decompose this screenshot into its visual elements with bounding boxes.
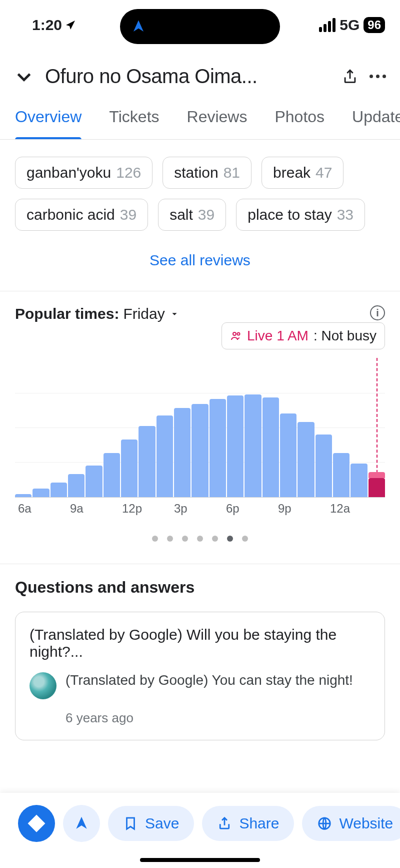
nav-arrow-icon [131, 19, 146, 34]
share-label: Share [239, 815, 279, 832]
review-topics-section: ganban'yoku126station81break47carbonic a… [0, 140, 400, 291]
page-title: Ofuro no Osama Oima... [45, 65, 330, 88]
svg-point-0 [233, 332, 236, 335]
tab-updates[interactable]: Updates [352, 108, 400, 139]
chart-bar[interactable] [210, 399, 226, 497]
tab-reviews[interactable]: Reviews [187, 108, 248, 139]
chart-bar[interactable] [262, 397, 279, 497]
directions-button[interactable] [18, 805, 55, 842]
day-pagination-dots[interactable] [15, 521, 385, 559]
popular-times-label: Popular times: [15, 305, 119, 322]
qa-answer: (Translated by Google) You can stay the … [66, 672, 353, 688]
more-button[interactable] [370, 75, 386, 78]
page-header: Ofuro no Osama Oima... [0, 50, 400, 108]
chip-count: 81 [224, 164, 240, 181]
popular-times-header[interactable]: Popular times: Friday [15, 305, 385, 322]
x-tick: 3p [174, 502, 226, 516]
chart-bar[interactable] [280, 413, 296, 497]
chart-bar[interactable] [298, 422, 314, 497]
chart-bar[interactable] [32, 489, 49, 497]
chart-bar[interactable] [174, 408, 190, 497]
pagination-dot[interactable] [152, 536, 158, 542]
share-header-button[interactable] [342, 68, 358, 85]
chart-bar[interactable] [192, 404, 208, 497]
people-icon [230, 330, 242, 342]
chip-label: carbonic acid [26, 206, 115, 223]
chip-label: ganban'yoku [26, 164, 111, 181]
save-label: Save [145, 815, 179, 832]
chart-bar[interactable] [244, 394, 261, 497]
dynamic-island[interactable] [120, 9, 280, 44]
chip-count: 39 [120, 206, 136, 223]
chart-bar[interactable] [156, 415, 173, 497]
chart-bar[interactable] [68, 474, 84, 497]
info-button[interactable]: i [370, 305, 385, 320]
save-button[interactable]: Save [108, 806, 194, 841]
status-bar: 1:20 5G 96 [0, 0, 400, 50]
chart-bar[interactable] [350, 464, 367, 497]
chart-bar[interactable] [138, 426, 155, 497]
chart-bar[interactable] [333, 453, 350, 497]
collapse-button[interactable] [14, 67, 34, 87]
chip-count: 126 [116, 164, 141, 181]
share-button[interactable]: Share [202, 806, 294, 841]
start-nav-button[interactable] [63, 805, 100, 842]
live-time: Live 1 AM [247, 328, 308, 344]
chart-x-axis: 6a9a12p3p6p9p12a [15, 498, 385, 516]
review-chip[interactable]: carbonic acid39 [15, 199, 148, 231]
status-right: 5G 96 [319, 17, 385, 34]
chart-bar[interactable] [316, 435, 332, 497]
pagination-dot[interactable] [167, 536, 173, 542]
battery-badge: 96 [364, 17, 385, 33]
chart-area [15, 392, 385, 498]
x-tick: 9a [70, 502, 122, 516]
chip-label: station [174, 164, 218, 181]
qa-timestamp: 6 years ago [66, 710, 370, 726]
review-chip[interactable]: break47 [262, 157, 344, 189]
chip-count: 47 [316, 164, 332, 181]
x-tick: 9p [278, 502, 330, 516]
review-chip[interactable]: station81 [162, 157, 252, 189]
chip-count: 33 [337, 206, 354, 223]
chart-bar[interactable] [15, 494, 32, 497]
x-tick: 6a [18, 502, 70, 516]
chip-count: 39 [198, 206, 214, 223]
share-icon [217, 816, 232, 831]
home-indicator[interactable] [140, 858, 260, 862]
chart-bar[interactable] [227, 395, 244, 497]
svg-point-1 [237, 333, 240, 335]
caret-down-icon [169, 308, 180, 319]
live-status: : Not busy [314, 328, 376, 344]
chart-bar[interactable] [121, 440, 138, 497]
x-tick: 6p [226, 502, 278, 516]
qa-card[interactable]: (Translated by Google) Will you be stayi… [15, 612, 385, 740]
bottom-action-bar: Save Share Website [0, 793, 400, 868]
tab-overview[interactable]: Overview [15, 108, 82, 139]
chart-bar[interactable] [368, 478, 385, 497]
chip-label: salt [170, 206, 193, 223]
share-icon [342, 68, 358, 85]
see-all-reviews-link[interactable]: See all reviews [15, 231, 385, 291]
tab-tickets[interactable]: Tickets [109, 108, 159, 139]
review-chip[interactable]: salt39 [158, 199, 226, 231]
pagination-dot[interactable] [197, 536, 203, 542]
pagination-dot[interactable] [212, 536, 218, 542]
directions-icon [27, 814, 46, 833]
chart-bar[interactable] [86, 466, 102, 497]
popular-times-day: Friday [123, 305, 164, 322]
website-button[interactable]: Website [302, 806, 400, 841]
chart-bar[interactable] [104, 453, 120, 497]
tab-photos[interactable]: Photos [274, 108, 324, 139]
cellular-signal-icon [319, 18, 336, 32]
review-chip[interactable]: place to stay33 [236, 199, 365, 231]
chart-bar[interactable] [50, 483, 67, 497]
pagination-dot[interactable] [242, 536, 248, 542]
pagination-dot[interactable] [227, 536, 233, 542]
x-tick: 12p [122, 502, 174, 516]
network-type: 5G [340, 17, 360, 34]
pagination-dot[interactable] [182, 536, 188, 542]
status-time: 1:20 [32, 17, 62, 34]
nav-arrow-icon [74, 815, 90, 831]
review-chip[interactable]: ganban'yoku126 [15, 157, 152, 189]
status-time-group: 1:20 [32, 17, 77, 34]
